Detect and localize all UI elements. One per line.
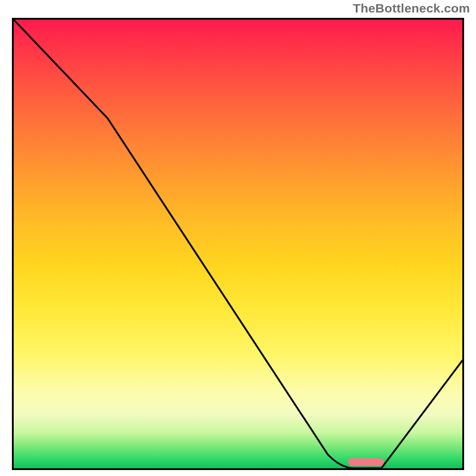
chart-container: TheBottleneck.com [0,0,476,476]
curve-line [14,20,462,468]
watermark-text: TheBottleneck.com [353,1,470,15]
plot-area [12,18,464,470]
curve-path [14,20,462,468]
